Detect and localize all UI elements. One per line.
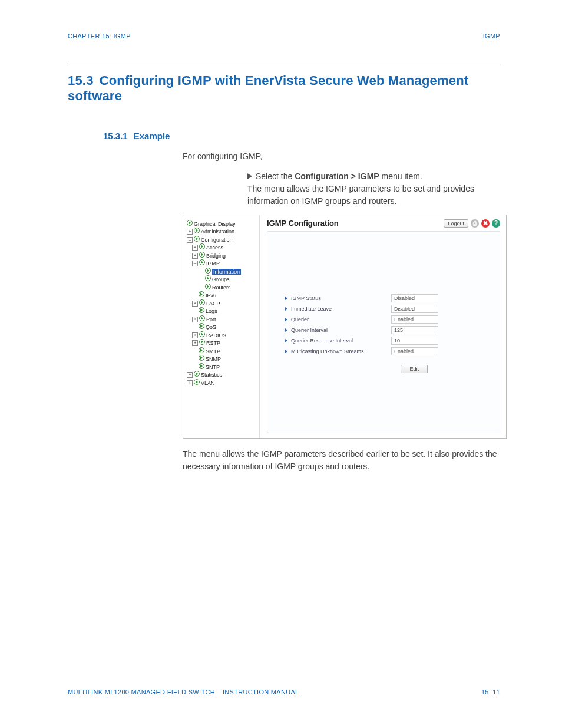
node-icon [199, 363, 204, 369]
content-title-row: IGMP Configuration Logout ⎙ ✖ ? [267, 219, 500, 228]
param-label: Immediate Leave [291, 306, 391, 312]
tree-administration[interactable]: +Administration [187, 228, 257, 235]
node-icon [199, 355, 204, 361]
header-rule [68, 62, 500, 62]
param-value: 125 [391, 326, 438, 334]
content-title: IGMP Configuration [267, 219, 339, 228]
node-icon [199, 331, 205, 337]
node-icon [199, 347, 204, 353]
section-heading: 15.3Configuring IGMP with EnerVista Secu… [68, 73, 500, 104]
param-value: Disabled [391, 305, 438, 313]
node-icon [199, 291, 204, 297]
param-arrow-icon [285, 318, 287, 321]
node-icon [205, 275, 211, 281]
tree-information[interactable]: Information [205, 268, 257, 275]
expand-icon[interactable]: + [187, 229, 193, 235]
param-label: Querier [291, 317, 391, 322]
step-menu-path: Configuration > IGMP [295, 172, 379, 181]
param-row: Immediate LeaveDisabled [285, 305, 482, 313]
tree-statistics[interactable]: +Statistics [187, 371, 257, 378]
param-value: Disabled [391, 294, 438, 302]
param-arrow-icon [285, 307, 287, 311]
node-icon [194, 236, 200, 242]
tree-ipv6[interactable]: IPv6 [199, 291, 257, 298]
tree-sntp[interactable]: SNTP [199, 363, 257, 370]
tree-snmp[interactable]: SNMP [199, 355, 257, 362]
toolbar: Logout ⎙ ✖ ? [444, 219, 500, 228]
content-pane: IGMP Configuration Logout ⎙ ✖ ? IGMP Sta… [260, 215, 506, 438]
expand-icon[interactable]: + [192, 332, 198, 338]
param-arrow-icon [285, 350, 287, 353]
param-arrow-icon [285, 339, 287, 342]
collapse-icon[interactable]: – [187, 237, 193, 243]
edit-row: Edit [285, 365, 482, 373]
param-label: Querier Interval [291, 327, 391, 333]
expand-icon[interactable]: + [192, 253, 198, 259]
param-value: Enabled [391, 315, 438, 324]
tree-radius[interactable]: +RADIUS [192, 331, 257, 338]
header-topic: IGMP [483, 32, 500, 39]
tree-vlan[interactable]: +VLAN [187, 379, 257, 386]
tree-smtp[interactable]: SMTP [199, 347, 257, 354]
tree-access[interactable]: +Access [192, 243, 257, 251]
params-panel: IGMP StatusDisabledImmediate LeaveDisabl… [267, 231, 500, 433]
intro-text: For configuring IGMP, [183, 150, 500, 162]
param-arrow-icon [285, 328, 287, 332]
node-icon [194, 228, 200, 233]
param-row: QuerierEnabled [285, 315, 482, 324]
section-title: Configuring IGMP with EnerVista Secure W… [68, 73, 468, 103]
embedded-screenshot: Graphical Display +Administration –Confi… [183, 215, 507, 439]
after-text: The menu allows the IGMP parameters desc… [183, 448, 500, 473]
tree-configuration[interactable]: –Configuration [187, 236, 257, 243]
expand-icon[interactable]: + [187, 372, 193, 378]
print-icon[interactable]: ⎙ [471, 219, 479, 228]
collapse-icon[interactable]: – [192, 261, 198, 266]
tree-routers[interactable]: Routers [205, 284, 257, 291]
param-row: Multicasting Unknown StreamsEnabled [285, 347, 482, 355]
logout-button[interactable]: Logout [444, 219, 468, 228]
expand-icon[interactable]: + [192, 301, 198, 307]
param-arrow-icon [285, 297, 287, 300]
node-icon [199, 323, 204, 329]
param-row: Querier Interval125 [285, 326, 482, 334]
subsection-heading: 15.3.1Example [103, 131, 500, 141]
node-icon [205, 284, 211, 289]
tree-graphical-display[interactable]: Graphical Display [187, 220, 257, 227]
node-icon [199, 339, 205, 345]
node-icon [199, 259, 205, 265]
param-label: Multicasting Unknown Streams [291, 348, 391, 354]
tree-bridging[interactable]: +Bridging [192, 252, 257, 259]
section-number: 15.3 [68, 73, 94, 88]
tree-rstp[interactable]: +RSTP [192, 339, 257, 346]
node-icon [205, 268, 211, 274]
expand-icon[interactable]: + [192, 340, 198, 346]
param-row: IGMP StatusDisabled [285, 294, 482, 302]
expand-icon[interactable]: + [192, 317, 198, 322]
nav-tree: Graphical Display +Administration –Confi… [183, 215, 260, 438]
footer-left: MULTILINK ML1200 MANAGED FIELD SWITCH – … [68, 689, 299, 696]
close-icon[interactable]: ✖ [481, 219, 490, 228]
node-icon [199, 243, 205, 249]
footer-right: 15–11 [481, 689, 500, 696]
step-prefix: Select the [256, 172, 295, 181]
tree-qos[interactable]: QoS [199, 323, 257, 330]
node-icon [187, 220, 193, 226]
edit-button[interactable]: Edit [401, 365, 428, 373]
expand-icon[interactable]: + [192, 245, 198, 251]
tree-groups[interactable]: Groups [205, 275, 257, 282]
header-chapter: CHAPTER 15: IGMP [68, 32, 131, 39]
tree-lacp[interactable]: +LACP [192, 299, 257, 307]
node-icon [199, 307, 204, 313]
param-label: IGMP Status [291, 295, 391, 301]
node-icon [199, 315, 205, 321]
step-block: Select the Configuration > IGMP menu ite… [247, 170, 500, 207]
subsection-title: Example [134, 131, 170, 141]
tree-igmp[interactable]: –IGMP [192, 259, 257, 266]
tree-logs[interactable]: Logs [199, 307, 257, 314]
node-icon [199, 252, 205, 258]
help-icon[interactable]: ? [492, 219, 500, 228]
page-footer: MULTILINK ML1200 MANAGED FIELD SWITCH – … [68, 689, 500, 696]
param-label: Querier Response Interval [291, 338, 391, 344]
tree-port[interactable]: +Port [192, 315, 257, 322]
expand-icon[interactable]: + [187, 380, 193, 386]
